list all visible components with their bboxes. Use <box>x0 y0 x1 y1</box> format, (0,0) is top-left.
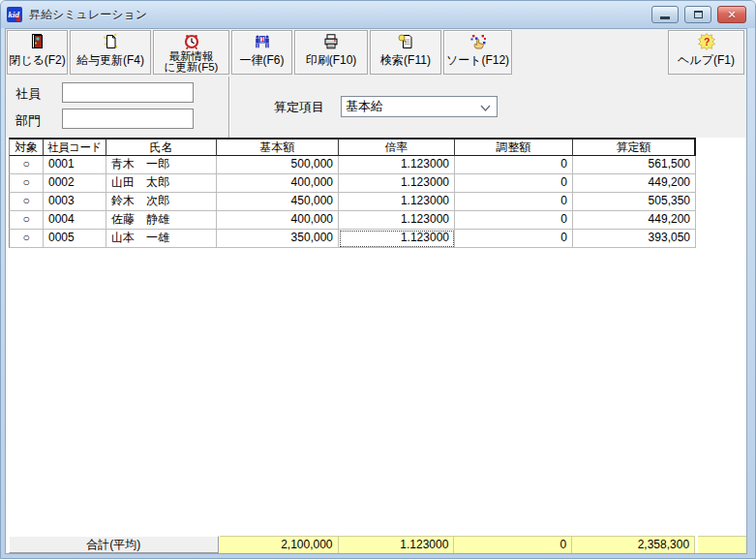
table-row: ○ 0004 佐藤 静雄 400,000 1.123000 0 449,200 <box>9 211 696 230</box>
base-amount-cell[interactable]: 400,000 <box>217 174 339 193</box>
table-row: ○ 0001 青木 一郎 500,000 1.123000 0 561,500 <box>9 156 696 174</box>
toolbar-button-label: 検索(F11) <box>380 54 431 66</box>
title-bar: kid 昇給シミュレーション ✕ <box>1 1 755 28</box>
filter-panel: 社員 部門 算定項目 基本給 <box>6 77 746 138</box>
minimize-icon <box>660 16 670 19</box>
target-cell[interactable]: ○ <box>9 193 44 211</box>
adjustment-cell[interactable]: 0 <box>455 230 573 248</box>
sort-button[interactable]: ソート(F12) <box>443 30 512 75</box>
window-controls: ✕ <box>651 6 746 23</box>
uniform-button[interactable]: 1 一律(F6) <box>231 30 292 75</box>
simulation-grid: 対象 社員コード 氏名 基本額 倍率 調整額 算定額 ○ 0001 青木 一郎 … <box>9 138 696 248</box>
panel-divider <box>228 77 230 138</box>
calculated-cell[interactable]: 449,200 <box>573 174 696 193</box>
rate-cell-focused[interactable]: 1.123000 <box>339 230 455 248</box>
toolbar-button-label: ソート(F12) <box>446 54 509 66</box>
total-rate: 1.123000 <box>339 536 455 553</box>
header-target: 対象 <box>9 138 44 157</box>
adjustment-cell[interactable]: 0 <box>455 211 573 230</box>
sort-hand-icon <box>469 33 487 50</box>
table-row: ○ 0003 鈴木 次郎 450,000 1.123000 0 505,350 <box>9 193 696 211</box>
calculated-cell[interactable]: 561,500 <box>573 156 696 174</box>
print-button[interactable]: 印刷(F10) <box>294 30 368 75</box>
close-button[interactable]: ✕ <box>717 6 746 23</box>
app-icon: kid <box>7 7 23 22</box>
toolbar-button-label: 一律(F6) <box>240 54 285 66</box>
target-cell[interactable]: ○ <box>9 174 44 193</box>
department-input[interactable] <box>62 109 194 129</box>
close-form-button[interactable]: 閉じる(F2) <box>7 30 68 75</box>
adjustment-cell[interactable]: 0 <box>455 156 573 174</box>
salary-update-button[interactable]: 給与更新(F4) <box>70 30 151 75</box>
name-cell[interactable]: 鈴木 次郎 <box>106 193 217 211</box>
employee-code-cell[interactable]: 0005 <box>44 230 106 248</box>
calculated-cell[interactable]: 449,200 <box>573 211 696 230</box>
total-trailing-cell <box>698 536 746 553</box>
table-area: 対象 社員コード 氏名 基本額 倍率 調整額 算定額 ○ 0001 青木 一郎 … <box>6 138 746 536</box>
header-name: 氏名 <box>106 138 217 157</box>
employee-input[interactable] <box>62 82 194 103</box>
toolbar-button-label: 印刷(F10) <box>306 54 357 66</box>
header-employee-code: 社員コード <box>44 138 106 157</box>
employee-code-cell[interactable]: 0004 <box>44 211 106 230</box>
people-icon: 1 <box>254 33 271 50</box>
rate-cell[interactable]: 1.123000 <box>339 156 455 174</box>
chevron-down-icon <box>480 102 491 112</box>
toolbar-spacer <box>514 30 668 75</box>
search-document-icon <box>397 33 414 50</box>
calc-item-value: 基本給 <box>346 98 383 115</box>
total-base-amount: 2,100,000 <box>220 536 339 553</box>
client-area: 閉じる(F2) 給与更新(F4) 最新情報 に更新(F5) 1 一律(F6 <box>5 28 747 554</box>
rate-cell[interactable]: 1.123000 <box>339 193 455 211</box>
toolbar-button-label-line2: に更新(F5) <box>165 62 219 73</box>
employee-label: 社員 <box>15 85 41 103</box>
header-adjustment: 調整額 <box>455 138 573 157</box>
employee-code-cell[interactable]: 0003 <box>44 193 106 211</box>
adjustment-cell[interactable]: 0 <box>455 174 573 193</box>
toolbar: 閉じる(F2) 給与更新(F4) 最新情報 に更新(F5) 1 一律(F6 <box>6 29 746 77</box>
base-amount-cell[interactable]: 350,000 <box>217 230 339 248</box>
toolbar-button-label: ヘルプ(F1) <box>678 54 735 66</box>
calc-item-select[interactable]: 基本給 <box>341 96 498 117</box>
name-cell[interactable]: 山本 一雄 <box>106 230 217 248</box>
grid-header-row: 対象 社員コード 氏名 基本額 倍率 調整額 算定額 <box>9 138 696 156</box>
name-cell[interactable]: 山田 太郎 <box>106 174 217 193</box>
minimize-button[interactable] <box>651 6 679 23</box>
total-calculated: 2,358,300 <box>572 536 695 553</box>
target-cell[interactable]: ○ <box>9 211 44 230</box>
department-label: 部門 <box>15 112 41 130</box>
toolbar-button-label: 給与更新(F4) <box>76 54 144 66</box>
target-cell[interactable]: ○ <box>9 156 44 174</box>
rate-cell[interactable]: 1.123000 <box>339 211 455 230</box>
base-amount-cell[interactable]: 450,000 <box>217 193 339 211</box>
rate-cell[interactable]: 1.123000 <box>339 174 455 193</box>
toolbar-button-label: 閉じる(F2) <box>9 54 66 66</box>
employee-code-cell[interactable]: 0002 <box>44 174 106 193</box>
maximize-icon <box>694 11 703 18</box>
calculated-cell[interactable]: 505,350 <box>573 193 696 211</box>
total-label: 合計(平均) <box>9 536 219 553</box>
name-cell[interactable]: 佐藤 静雄 <box>106 211 217 230</box>
help-button[interactable]: ? ヘルプ(F1) <box>668 30 744 75</box>
header-rate: 倍率 <box>339 138 455 157</box>
total-row: 合計(平均) 2,100,000 1.123000 0 2,358,300 <box>6 536 746 553</box>
app-window: kid 昇給シミュレーション ✕ 閉じる(F2) 給与更新(F4) <box>0 0 756 559</box>
name-cell[interactable]: 青木 一郎 <box>106 156 217 174</box>
search-button[interactable]: 検索(F11) <box>370 30 441 75</box>
base-amount-cell[interactable]: 500,000 <box>217 156 339 174</box>
door-icon <box>29 33 46 50</box>
target-cell[interactable]: ○ <box>9 230 44 248</box>
refresh-button[interactable]: 最新情報 に更新(F5) <box>153 30 229 75</box>
printer-icon <box>322 33 340 50</box>
employee-code-cell[interactable]: 0001 <box>44 156 106 174</box>
document-new-icon <box>102 33 119 50</box>
adjustment-cell[interactable]: 0 <box>455 193 573 211</box>
svg-text:1: 1 <box>260 36 264 43</box>
base-amount-cell[interactable]: 400,000 <box>217 211 339 230</box>
header-base-amount: 基本額 <box>217 138 339 157</box>
table-row: ○ 0002 山田 太郎 400,000 1.123000 0 449,200 <box>9 174 696 193</box>
maximize-button[interactable] <box>684 6 711 23</box>
calc-item-label: 算定項目 <box>274 99 324 116</box>
close-icon: ✕ <box>727 10 736 20</box>
calculated-cell[interactable]: 393,050 <box>573 230 696 248</box>
